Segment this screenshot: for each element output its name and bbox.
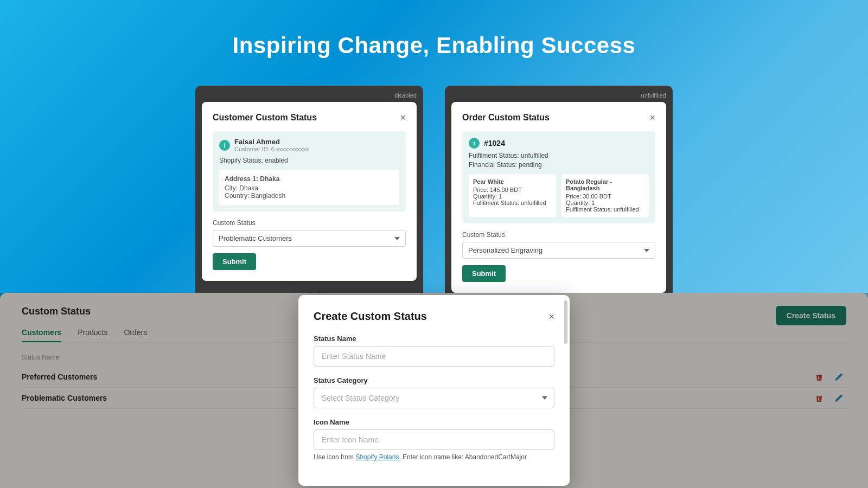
bottom-section: Custom Status Create Status Customers Pr… bbox=[0, 293, 868, 488]
status-category-group: Status Category Select Status Category bbox=[314, 376, 554, 408]
order-item1-name: Pear White bbox=[473, 178, 552, 185]
customer-modal-title: Customer Custom Status bbox=[213, 113, 317, 123]
customer-status-select[interactable]: Problematic Customers bbox=[213, 230, 406, 247]
customer-address-title: Address 1: Dhaka bbox=[225, 175, 394, 183]
order-info-box: i #1024 Fulfilment Status: unfulfilled F… bbox=[462, 131, 655, 223]
order-item1-status: Fulfilment Status: unfulfilled bbox=[473, 200, 552, 206]
hero-title: Inspiring Change, Enabling Success bbox=[0, 33, 868, 59]
order-header: i #1024 bbox=[469, 138, 649, 149]
customer-modal-card: Customer Custom Status × i Faisal Ahmed … bbox=[202, 102, 417, 281]
cards-row: disabled Customer Custom Status × i Fais… bbox=[0, 86, 868, 299]
customer-custom-status-label: Custom Status bbox=[213, 219, 406, 227]
modal-scrollbar[interactable] bbox=[564, 300, 567, 344]
order-submit-button[interactable]: Submit bbox=[462, 265, 506, 282]
customer-address-city: City: Dhaka bbox=[225, 184, 394, 192]
customer-modal-header: Customer Custom Status × bbox=[213, 113, 406, 123]
order-modal-card: Order Custom Status × i #1024 Fulfilment… bbox=[451, 102, 666, 293]
order-card-label: unfulfilled bbox=[451, 92, 666, 99]
status-category-label: Status Category bbox=[314, 376, 554, 384]
shopify-polaris-link[interactable]: Shopify Polaris. bbox=[355, 453, 400, 461]
order-item2-name: Potato Regular - Bangladesh bbox=[566, 178, 644, 191]
customer-info-header: i Faisal Ahmed Customer ID: 6.xxxxxxxxxx… bbox=[219, 138, 399, 152]
status-name-input[interactable] bbox=[314, 346, 554, 367]
customer-address-box: Address 1: Dhaka City: Dhaka Country: Ba… bbox=[219, 170, 399, 205]
customer-id: Customer ID: 6.xxxxxxxxxxx bbox=[234, 146, 309, 152]
icon-name-input[interactable] bbox=[314, 429, 554, 450]
status-name-group: Status Name bbox=[314, 335, 554, 367]
order-item2-price: Price: 30.00 BDT bbox=[566, 193, 644, 200]
order-modal-header: Order Custom Status × bbox=[462, 113, 655, 123]
form-hint-example: Enter icon name like: AbandonedCartMajor bbox=[403, 453, 527, 461]
customer-card-label: disabled bbox=[202, 92, 417, 99]
order-financial-status: Financial Status: pending bbox=[469, 161, 649, 169]
order-number: #1024 bbox=[484, 139, 505, 147]
customer-info-box: i Faisal Ahmed Customer ID: 6.xxxxxxxxxx… bbox=[213, 131, 406, 211]
customer-name: Faisal Ahmed bbox=[234, 138, 309, 146]
form-hint: Use icon from Shopify Polaris. Enter ico… bbox=[314, 453, 554, 461]
hero-section: Inspiring Change, Enabling Success bbox=[0, 0, 868, 80]
create-modal-title: Create Custom Status bbox=[314, 310, 427, 323]
customer-name-block: Faisal Ahmed Customer ID: 6.xxxxxxxxxxx bbox=[234, 138, 309, 152]
status-name-label: Status Name bbox=[314, 335, 554, 343]
status-category-select[interactable]: Select Status Category bbox=[314, 388, 554, 408]
customer-submit-button[interactable]: Submit bbox=[213, 253, 256, 270]
customer-card-wrapper: disabled Customer Custom Status × i Fais… bbox=[195, 86, 423, 299]
icon-name-group: Icon Name Use icon from Shopify Polaris.… bbox=[314, 418, 554, 461]
order-item2-status: Fulfilment Status: unfulfilled bbox=[566, 206, 644, 213]
order-item2-qty: Quantity: 1 bbox=[566, 200, 644, 206]
order-item-2: Potato Regular - Bangladesh Price: 30.00… bbox=[561, 174, 649, 217]
order-status-select[interactable]: Personalized Engraving bbox=[462, 242, 655, 259]
order-close-button[interactable]: × bbox=[649, 113, 655, 123]
shopify-status: Shopify Status: enabled bbox=[219, 157, 399, 164]
order-modal-title: Order Custom Status bbox=[462, 113, 550, 123]
create-modal: Create Custom Status × Status Name Statu… bbox=[298, 295, 570, 486]
order-item1-price: Price: 145.00 BDT bbox=[473, 187, 552, 193]
customer-address-country: Country: Bangladesh bbox=[225, 192, 394, 200]
order-items-row: Pear White Price: 145.00 BDT Quantity: 1… bbox=[469, 174, 649, 217]
create-modal-header: Create Custom Status × bbox=[314, 310, 554, 323]
icon-name-label: Icon Name bbox=[314, 418, 554, 426]
create-modal-overlay: Create Custom Status × Status Name Statu… bbox=[0, 293, 868, 488]
order-item-1: Pear White Price: 145.00 BDT Quantity: 1… bbox=[469, 174, 556, 217]
order-custom-status-label: Custom Status bbox=[462, 231, 655, 239]
order-item1-qty: Quantity: 1 bbox=[473, 193, 552, 200]
customer-close-button[interactable]: × bbox=[400, 113, 406, 123]
order-card-wrapper: unfulfilled Order Custom Status × i #102… bbox=[445, 86, 673, 299]
form-hint-text: Use icon from bbox=[314, 453, 354, 461]
create-modal-close-button[interactable]: × bbox=[548, 312, 554, 322]
order-fulfillment-status: Fulfilment Status: unfulfilled bbox=[469, 152, 649, 159]
order-info-icon: i bbox=[469, 138, 480, 149]
customer-info-icon: i bbox=[219, 140, 230, 151]
